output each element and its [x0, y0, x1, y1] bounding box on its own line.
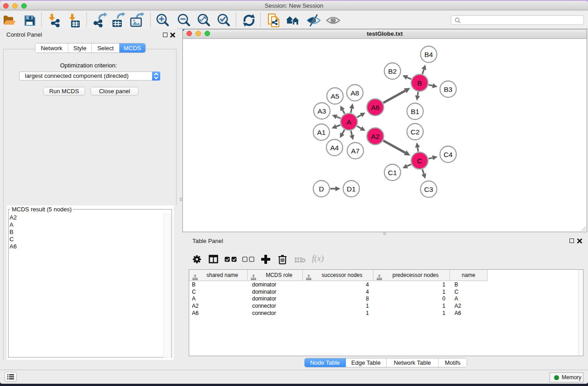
svg-text:A4: A4 — [330, 144, 339, 152]
svg-text:D1: D1 — [347, 185, 356, 193]
svg-text:A6: A6 — [371, 104, 380, 111]
svg-text:B: B — [417, 79, 422, 87]
svg-text:A3: A3 — [318, 107, 326, 115]
svg-text:B4: B4 — [425, 51, 433, 58]
svg-text:C3: C3 — [424, 186, 433, 193]
svg-text:A8: A8 — [351, 89, 359, 97]
svg-text:C: C — [417, 157, 422, 165]
svg-text:A7: A7 — [351, 147, 360, 155]
svg-text:A2: A2 — [371, 133, 380, 140]
svg-text:C4: C4 — [444, 151, 453, 158]
svg-text:A: A — [347, 118, 352, 126]
svg-text:A5: A5 — [331, 92, 339, 100]
svg-text:B3: B3 — [444, 86, 453, 93]
svg-text:D: D — [319, 185, 324, 193]
svg-text:C1: C1 — [388, 169, 397, 176]
svg-text:B1: B1 — [411, 108, 420, 115]
svg-text:C2: C2 — [411, 128, 420, 136]
svg-text:B2: B2 — [388, 67, 397, 75]
svg-text:A1: A1 — [317, 129, 326, 136]
